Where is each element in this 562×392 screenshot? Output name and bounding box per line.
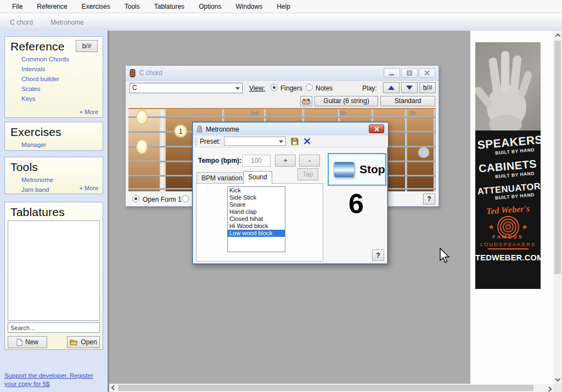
tap-button[interactable]: Tap [297,168,318,180]
flat-sharp-button[interactable]: b/# [76,40,98,52]
instrument-button[interactable]: Guitar (6 string) [314,96,378,106]
tab-bpm-variation[interactable]: BPM variation [196,172,248,184]
guitar-headstock-icon [130,69,136,77]
tab-c-chord[interactable]: C chord [2,15,41,30]
menu-tools[interactable]: Tools [119,1,145,12]
sound-option-side-stick[interactable]: Side Stick [228,194,285,201]
toolbar-grip[interactable] [195,138,196,145]
tempo-input[interactable] [242,155,271,167]
menu-help[interactable]: Help [271,1,296,12]
sidebar: Reference b/# Common Chords Intervals Ch… [0,31,108,392]
chevron-right-icon [546,386,552,391]
open-button[interactable]: Open [67,336,100,348]
open-form-1-label[interactable]: Open Form 1 [143,196,182,203]
beat-counter: 6 [339,187,374,221]
play-down-button[interactable] [401,82,418,93]
support-developer-link[interactable]: Support the developer. Register your cop… [4,372,103,388]
horizontal-scroll-thumb[interactable] [118,385,533,391]
chevron-up-icon [555,33,560,38]
accidental-toggle-button[interactable]: b/# [419,82,436,93]
tuning-button[interactable]: Standard [380,96,435,106]
ad-text-block: SPEAKERS BUILT BY HAND CABINETS BUILT BY… [475,130,541,289]
sound-option-snare[interactable]: Snare [228,201,285,208]
menu-reference[interactable]: Reference [31,1,72,12]
tempo-decrease-button[interactable]: - [299,155,320,167]
sidebar-item-common-chords[interactable]: Common Chords [5,54,103,64]
ad-website: TEDWEBER.COM [475,253,541,262]
metronome-help-button[interactable]: ? [372,249,384,261]
minimize-button[interactable] [384,68,400,78]
close-icon [374,127,379,132]
up-arrow-icon [388,86,395,90]
sidebar-item-metronome[interactable]: Metronome [5,175,103,185]
menu-windows[interactable]: Windows [230,1,268,12]
chevron-down-icon [235,87,240,90]
new-button-label: New [25,338,38,346]
reference-panel: Reference b/# Common Chords Intervals Ch… [4,36,103,118]
tablatures-panel-title: Tablatures [5,202,103,220]
scroll-right-button[interactable] [544,384,553,392]
scroll-left-button[interactable] [109,384,118,392]
scroll-down-button[interactable] [553,375,562,384]
sound-option-low-wood-block[interactable]: Low wood block [228,230,285,237]
chord-player-icon [302,98,311,105]
sound-option-closed-hihat[interactable]: Closed hihat [228,215,285,223]
sound-option-hand-clap[interactable]: Hand clap [228,208,285,215]
tab-metronome[interactable]: Metronome [43,15,92,30]
sidebar-item-chord-builder[interactable]: Chord builder [5,74,103,84]
star-icon: ★ [488,223,494,231]
tablatures-list[interactable] [8,220,100,321]
open-string-marker[interactable] [136,110,148,124]
notes-radio-label[interactable]: Notes [316,84,333,92]
sidebar-item-intervals[interactable]: Intervals [5,64,103,74]
close-button[interactable] [369,124,384,133]
chord-help-button[interactable]: ? [423,194,435,204]
tempo-label: Tempo (bpm): [198,157,241,164]
chord-player-button[interactable] [300,96,312,106]
vertical-scroll-thumb[interactable] [554,41,561,274]
tempo-increase-button[interactable]: + [275,155,296,167]
close-button[interactable] [419,68,435,78]
scroll-up-button[interactable] [553,31,562,39]
open-form-1-radio[interactable] [132,195,139,202]
fret-wire [405,109,407,191]
sound-option-kick[interactable]: Kick [228,187,285,194]
metronome-titlebar[interactable]: Metronome [193,123,388,135]
view-label: View: [249,84,265,92]
new-document-icon [16,339,23,346]
save-preset-icon[interactable] [291,138,299,145]
horizontal-scrollbar[interactable] [109,384,553,392]
fingers-radio-label[interactable]: Fingers [280,84,302,92]
reference-more-link[interactable]: + More [79,109,98,115]
form-2-radio[interactable] [182,195,189,202]
ad-banner[interactable]: SPEAKERS BUILT BY HAND CABINETS BUILT BY… [475,42,541,289]
menu-tablatures[interactable]: Tablatures [149,1,190,12]
chevron-left-icon [111,385,116,390]
c-chord-window-title: C chord [139,69,162,77]
sidebar-item-manager[interactable]: Manager [5,140,103,150]
new-button[interactable]: New [8,336,47,348]
search-input[interactable] [8,322,100,333]
sidebar-item-keys[interactable]: Keys [5,94,103,104]
stop-button[interactable]: Stop [328,153,386,186]
notes-radio[interactable] [306,84,313,91]
tab-sound[interactable]: Sound [243,171,272,184]
preset-select[interactable] [224,137,286,146]
delete-preset-icon[interactable] [304,138,311,145]
star-icon: ★ [522,223,528,231]
open-string-marker[interactable] [136,139,148,154]
menu-options[interactable]: Options [193,1,227,12]
sidebar-item-scales[interactable]: Scales [5,84,103,94]
restore-button[interactable] [401,68,418,78]
menu-file[interactable]: File [7,1,28,12]
tools-more-link[interactable]: + More [79,185,98,191]
play-up-button[interactable] [383,82,400,93]
sound-option-hi-wood-block[interactable]: Hi Wood block [228,223,285,230]
c-chord-titlebar[interactable]: C chord [126,66,439,81]
chord-select[interactable]: C [130,83,243,93]
finger-marker-1[interactable]: 1 [174,124,187,138]
fingers-radio[interactable] [271,84,278,91]
menu-exercises[interactable]: Exercises [76,1,116,12]
vertical-scrollbar[interactable] [553,31,562,384]
sound-list: Kick Side Stick Snare Hand clap Closed h… [227,186,285,252]
